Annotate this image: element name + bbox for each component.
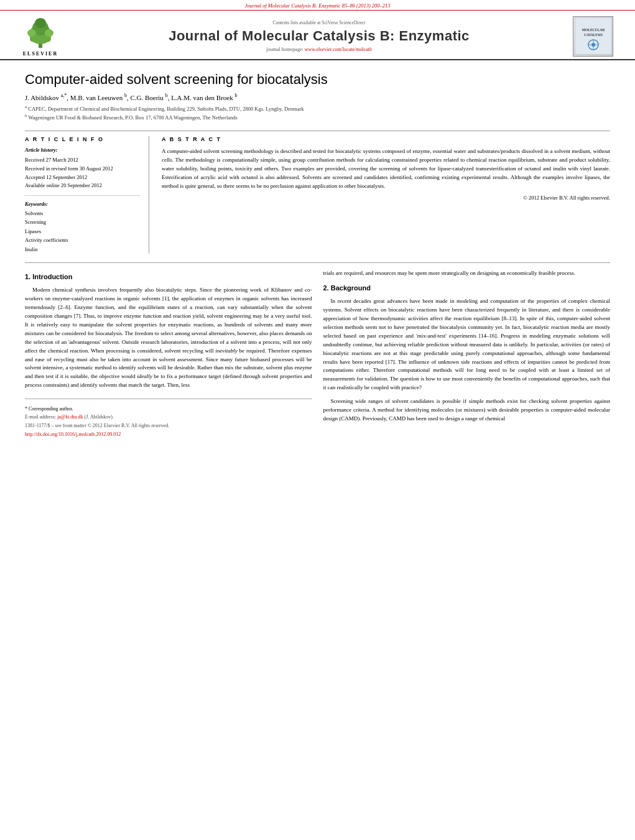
journal-bar-text: Journal of Molecular Catalysis B: Enzyma… <box>244 2 390 9</box>
section1-para1: Modern chemical synthesis involves frequ… <box>25 286 312 390</box>
svg-text:MOLECULAR: MOLECULAR <box>582 28 605 32</box>
divider-1 <box>25 131 610 131</box>
footer-issn: 1381-1177/$ – see front matter © 2012 El… <box>25 422 312 430</box>
svg-point-3 <box>35 18 46 28</box>
elsevier-tree-icon <box>22 16 59 50</box>
affiliations: a CAPEC, Department of Chemical and Bioc… <box>25 104 610 122</box>
section2-heading: 2. Background <box>323 283 611 293</box>
info-abstract-row: A R T I C L E I N F O Article history: R… <box>25 136 610 254</box>
footnote-star: * Corresponding author. <box>25 405 312 413</box>
main-content: Computer-aided solvent screening for bio… <box>0 60 635 446</box>
keyword-activity: Activity coefficients <box>25 236 140 244</box>
article-title: Computer-aided solvent screening for bio… <box>25 72 610 88</box>
section2-para2: Screening wide ranges of solvent candida… <box>323 397 611 423</box>
abstract-text: A computer-aided solvent screening metho… <box>162 147 610 191</box>
keywords-section: Keywords: Solvents Screening Lipases Act… <box>25 201 140 254</box>
svg-point-7 <box>42 36 51 42</box>
journal-header: ELSEVIER Contents lists available at Sci… <box>0 11 635 60</box>
authors-line: J. Abildskov a,*, M.B. van Leeuwen b, C.… <box>25 93 610 101</box>
journal-title-block: Contents lists available at SciVerse Sci… <box>68 20 570 52</box>
keyword-inulin: Inulin <box>25 245 140 254</box>
abstract-title: A B S T R A C T <box>162 136 610 142</box>
article-footer: * Corresponding author. E-mail address: … <box>25 399 312 439</box>
history-label: Article history: <box>25 146 140 155</box>
divider-2 <box>25 262 610 263</box>
accepted: Accepted 12 September 2012 <box>25 173 140 182</box>
copyright-line: © 2012 Elsevier B.V. All rights reserved… <box>162 195 610 201</box>
available-online: Available online 20 September 2012 <box>25 182 140 190</box>
keywords-label: Keywords: <box>25 201 140 207</box>
footer-doi: http://dx.doi.org/10.1016/j.molcatb.2012… <box>25 431 312 438</box>
svg-point-6 <box>30 36 39 42</box>
sciverse-line: Contents lists available at SciVerse Sci… <box>75 20 563 25</box>
journal-top-bar: Journal of Molecular Catalysis B: Enzyma… <box>0 0 635 11</box>
svg-point-5 <box>45 29 53 37</box>
article-history: Article history: Received 27 March 2012 … <box>25 146 140 196</box>
catalysis-logo: MOLECULAR CATALYSIS <box>570 16 616 57</box>
section1-heading: 1. Introduction <box>25 272 312 282</box>
article-info-title: A R T I C L E I N F O <box>25 136 140 142</box>
section2-para1: In recent decades great advances have be… <box>323 297 611 392</box>
keyword-screening: Screening <box>25 218 140 226</box>
keyword-lipases: Lipases <box>25 227 140 236</box>
body-col-left: 1. Introduction Modern chemical synthesi… <box>25 269 312 440</box>
abstract-section: A B S T R A C T A computer-aided solvent… <box>162 136 610 254</box>
received-1: Received 27 March 2012 <box>25 156 140 165</box>
elsevier-logo: ELSEVIER <box>12 16 68 57</box>
svg-point-4 <box>27 29 36 37</box>
journal-homepage: journal homepage: www.elsevier.com/locat… <box>75 47 563 52</box>
email-address: ja@kt.dtu.dk <box>57 414 83 420</box>
article-info: A R T I C L E I N F O Article history: R… <box>25 136 149 254</box>
section1-continued: trials are required, and resources may b… <box>323 269 611 278</box>
received-2: Received in revised form 30 August 2012 <box>25 165 140 173</box>
elsevier-wordmark: ELSEVIER <box>23 51 58 57</box>
body-columns: 1. Introduction Modern chemical synthesi… <box>25 269 610 440</box>
journal-main-title: Journal of Molecular Catalysis B: Enzyma… <box>75 28 563 44</box>
footnote-email: E-mail address: ja@kt.dtu.dk (J. Abildsk… <box>25 413 312 421</box>
svg-text:CATALYSIS: CATALYSIS <box>583 33 602 37</box>
keyword-solvents: Solvents <box>25 209 140 218</box>
body-col-right: trials are required, and resources may b… <box>323 269 611 440</box>
catalysis-logo-box: MOLECULAR CATALYSIS <box>573 16 613 57</box>
